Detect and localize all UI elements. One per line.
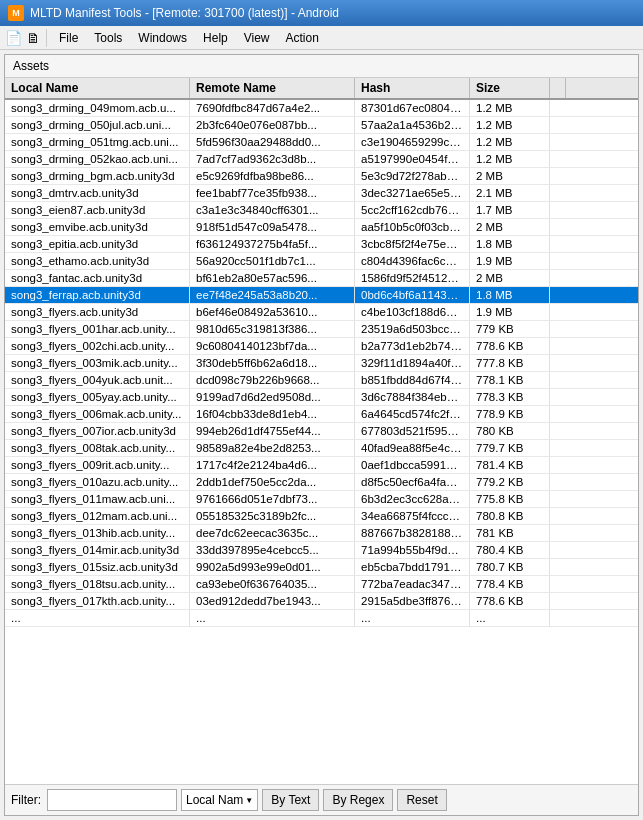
cell-local: song3_drming_051tmg.acb.uni... (5, 134, 190, 150)
cell-size: 1.2 MB (470, 134, 550, 150)
cell-size: 780 KB (470, 423, 550, 439)
cell-remote: fee1babf77ce35fb938... (190, 185, 355, 201)
table-row[interactable]: song3_dmtrv.acb.unity3d fee1babf77ce35fb… (5, 185, 638, 202)
header-local-name: Local Name (5, 78, 190, 98)
cell-size: 2 MB (470, 219, 550, 235)
cell-hash: 6a4645cd574fc2f3... (355, 406, 470, 422)
filter-label: Filter: (11, 793, 41, 807)
menu-action[interactable]: Action (278, 29, 327, 47)
table-row[interactable]: ... ... ... ... (5, 610, 638, 627)
menu-windows[interactable]: Windows (130, 29, 195, 47)
cell-local: song3_flyers_009rit.acb.unity... (5, 457, 190, 473)
table-row[interactable]: song3_flyers_018tsu.acb.unity... ca93ebe… (5, 576, 638, 593)
table-row[interactable]: song3_flyers_002chi.acb.unity... 9c60804… (5, 338, 638, 355)
cell-size: ... (470, 610, 550, 626)
by-text-button[interactable]: By Text (262, 789, 319, 811)
table-row[interactable]: song3_drming_050jul.acb.uni... 2b3fc640e… (5, 117, 638, 134)
table-row[interactable]: song3_flyers_003mik.acb.unity... 3f30deb… (5, 355, 638, 372)
table-row[interactable]: song3_drming_049mom.acb.u... 7690fdfbc84… (5, 100, 638, 117)
table-row[interactable]: song3_flyers_005yay.acb.unity... 9199ad7… (5, 389, 638, 406)
cell-remote: 33dd397895e4cebcc5... (190, 542, 355, 558)
cell-remote: 7690fdfbc847d67a4e2... (190, 100, 355, 116)
cell-size: 2 MB (470, 168, 550, 184)
menu-tools[interactable]: Tools (86, 29, 130, 47)
menu-view[interactable]: View (236, 29, 278, 47)
table-row[interactable]: song3_drming_bgm.acb.unity3d e5c9269fdfb… (5, 168, 638, 185)
cell-hash: eb5cba7bdd17916... (355, 559, 470, 575)
table-row[interactable]: song3_flyers_015siz.acb.unity3d 9902a5d9… (5, 559, 638, 576)
cell-remote: 9902a5d993e99e0d01... (190, 559, 355, 575)
cell-remote: 055185325c3189b2fc... (190, 508, 355, 524)
cell-hash: d8f5c50ecf6a4fa45... (355, 474, 470, 490)
table-row[interactable]: song3_flyers_011maw.acb.uni... 9761666d0… (5, 491, 638, 508)
cell-local: song3_epitia.acb.unity3d (5, 236, 190, 252)
cell-local: song3_flyers_005yay.acb.unity... (5, 389, 190, 405)
table-row[interactable]: song3_drming_052kao.acb.uni... 7ad7cf7ad… (5, 151, 638, 168)
cell-hash: 329f11d1894a40fc... (355, 355, 470, 371)
table-row[interactable]: song3_drming_051tmg.acb.uni... 5fd596f30… (5, 134, 638, 151)
table-row[interactable]: song3_flyers_007ior.acb.unity3d 994eb26d… (5, 423, 638, 440)
cell-hash: 87301d67ec0804a... (355, 100, 470, 116)
filter-bar: Filter: Local Nam ▼ By Text By Regex Res… (5, 784, 638, 815)
table-row[interactable]: song3_emvibe.acb.unity3d 918f51d547c09a5… (5, 219, 638, 236)
table-row[interactable]: song3_epitia.acb.unity3d f636124937275b4… (5, 236, 638, 253)
cell-hash: b2a773d1eb2b74d... (355, 338, 470, 354)
table-body[interactable]: song3_drming_049mom.acb.u... 7690fdfbc84… (5, 100, 638, 784)
cell-remote: 9199ad7d6d2ed9508d... (190, 389, 355, 405)
menu-help[interactable]: Help (195, 29, 236, 47)
cell-remote: ca93ebe0f636764035... (190, 576, 355, 592)
table-row[interactable]: song3_eien87.acb.unity3d c3a1e3c34840cff… (5, 202, 638, 219)
table-row[interactable]: song3_flyers_012mam.acb.uni... 055185325… (5, 508, 638, 525)
table-row[interactable]: song3_flyers_008tak.acb.unity... 98589a8… (5, 440, 638, 457)
cell-remote: b6ef46e08492a53610... (190, 304, 355, 320)
cell-size: 1.2 MB (470, 117, 550, 133)
cell-size: 778.6 KB (470, 338, 550, 354)
filter-dropdown[interactable]: Local Nam ▼ (181, 789, 258, 811)
cell-hash: aa5f10b5c0f03cb2... (355, 219, 470, 235)
table-row[interactable]: song3_ferrap.acb.unity3d ee7f48e245a53a8… (5, 287, 638, 304)
cell-hash: 677803d521f5954f... (355, 423, 470, 439)
table-row[interactable]: song3_ethamo.acb.unity3d 56a920cc501f1db… (5, 253, 638, 270)
cell-local: song3_drming_052kao.acb.uni... (5, 151, 190, 167)
table-row[interactable]: song3_flyers_014mir.acb.unity3d 33dd3978… (5, 542, 638, 559)
table-row[interactable]: song3_flyers_017kth.acb.unity... 03ed912… (5, 593, 638, 610)
title-bar: M MLTD Manifest Tools - [Remote: 301700 … (0, 0, 643, 26)
cell-size: 779 KB (470, 321, 550, 337)
new-icon[interactable]: 📄 (4, 29, 22, 47)
chevron-down-icon: ▼ (245, 796, 253, 805)
table-row[interactable]: song3_flyers_010azu.acb.unity... 2ddb1de… (5, 474, 638, 491)
cell-remote: 9c60804140123bf7da... (190, 338, 355, 354)
cell-size: 1.8 MB (470, 236, 550, 252)
cell-size: 778.9 KB (470, 406, 550, 422)
table-row[interactable]: song3_flyers_004yuk.acb.unit... dcd098c7… (5, 372, 638, 389)
cell-hash: ... (355, 610, 470, 626)
table-row[interactable]: song3_fantac.acb.unity3d bf61eb2a80e57ac… (5, 270, 638, 287)
cell-hash: b851fbdd84d67f43... (355, 372, 470, 388)
cell-local: song3_drming_bgm.acb.unity3d (5, 168, 190, 184)
cell-hash: 71a994b55b4f9d45... (355, 542, 470, 558)
cell-remote: 16f04cbb33de8d1eb4... (190, 406, 355, 422)
table-row[interactable]: song3_flyers_009rit.acb.unity... 1717c4f… (5, 457, 638, 474)
reset-button[interactable]: Reset (397, 789, 446, 811)
cell-hash: c804d4396fac6caf... (355, 253, 470, 269)
menu-file[interactable]: File (51, 29, 86, 47)
filter-input[interactable] (47, 789, 177, 811)
cell-hash: 2915a5dbe3ff8767... (355, 593, 470, 609)
cell-local: song3_flyers_004yuk.acb.unit... (5, 372, 190, 388)
cell-local: song3_ferrap.acb.unity3d (5, 287, 190, 303)
cell-size: 780.8 KB (470, 508, 550, 524)
by-regex-button[interactable]: By Regex (323, 789, 393, 811)
table-row[interactable]: song3_flyers_001har.acb.unity... 9810d65… (5, 321, 638, 338)
open-icon[interactable]: 🗎 (24, 29, 42, 47)
header-hash: Hash (355, 78, 470, 98)
cell-size: 778.4 KB (470, 576, 550, 592)
cell-remote: 2b3fc640e076e087bb... (190, 117, 355, 133)
cell-size: 775.8 KB (470, 491, 550, 507)
cell-local: song3_drming_050jul.acb.uni... (5, 117, 190, 133)
cell-remote: 03ed912dedd7be1943... (190, 593, 355, 609)
table-row[interactable]: song3_flyers_013hib.acb.unity... dee7dc6… (5, 525, 638, 542)
cell-local: song3_flyers_003mik.acb.unity... (5, 355, 190, 371)
table-row[interactable]: song3_flyers_006mak.acb.unity... 16f04cb… (5, 406, 638, 423)
cell-size: 779.7 KB (470, 440, 550, 456)
table-row[interactable]: song3_flyers.acb.unity3d b6ef46e08492a53… (5, 304, 638, 321)
